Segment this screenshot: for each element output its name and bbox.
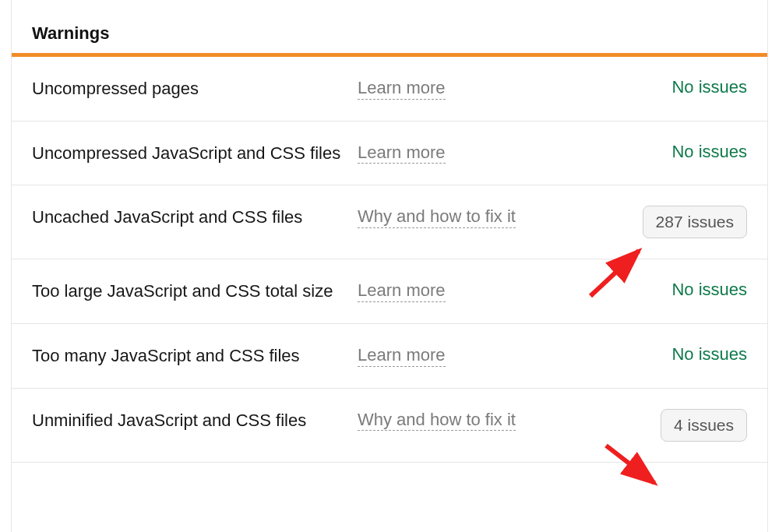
warning-row: Uncompressed pages Learn more No issues xyxy=(12,57,767,122)
learn-more-link[interactable]: Learn more xyxy=(358,142,446,164)
how-to-fix-link[interactable]: Why and how to fix it xyxy=(358,409,516,432)
learn-more-link[interactable]: Learn more xyxy=(358,280,446,302)
status-no-issues: No issues xyxy=(671,77,747,97)
learn-more-link[interactable]: Learn more xyxy=(358,344,446,367)
warning-row: Uncached JavaScript and CSS files Why an… xyxy=(12,185,767,259)
status-no-issues: No issues xyxy=(671,344,747,364)
warnings-panel: Warnings Uncompressed pages Learn more N… xyxy=(11,0,768,532)
warning-label: Uncompressed JavaScript and CSS files xyxy=(32,142,344,165)
warning-label: Too many JavaScript and CSS files xyxy=(32,344,344,368)
warning-row: Too many JavaScript and CSS files Learn … xyxy=(12,324,767,389)
warning-label: Too large JavaScript and CSS total size xyxy=(32,280,344,303)
learn-more-link[interactable]: Learn more xyxy=(358,77,446,100)
warning-row: Unminified JavaScript and CSS files Why … xyxy=(12,389,767,463)
how-to-fix-link[interactable]: Why and how to fix it xyxy=(358,206,516,228)
section-title: Warnings xyxy=(12,0,767,53)
warning-row: Uncompressed JavaScript and CSS files Le… xyxy=(12,122,767,186)
issues-count-button[interactable]: 4 issues xyxy=(661,409,747,442)
warning-label: Unminified JavaScript and CSS files xyxy=(32,409,344,432)
status-no-issues: No issues xyxy=(671,142,747,161)
warning-row: Too large JavaScript and CSS total size … xyxy=(12,259,767,324)
status-no-issues: No issues xyxy=(671,280,747,299)
warning-label: Uncached JavaScript and CSS files xyxy=(32,206,344,229)
warning-label: Uncompressed pages xyxy=(32,77,344,100)
issues-count-button[interactable]: 287 issues xyxy=(643,206,747,238)
